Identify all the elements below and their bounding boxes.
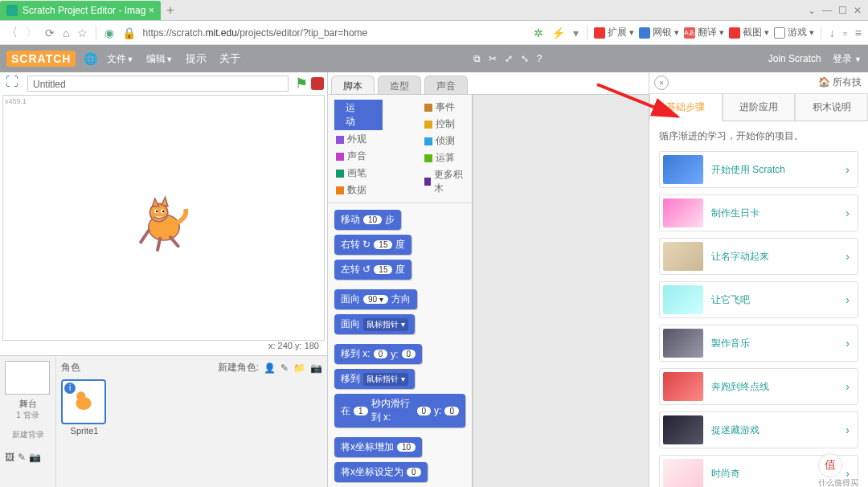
all-tips-link[interactable]: 🏠 所有技 — [818, 76, 862, 89]
cat-pen[interactable]: 画笔 — [334, 166, 383, 181]
tips-tab-blocks[interactable]: 积木说明 — [795, 93, 868, 121]
delete-icon[interactable]: ✂ — [489, 53, 497, 64]
left-column: ⛶ Untitled ⚑ v459.1 x: 240 y: 180 — [0, 72, 328, 487]
tab-costumes[interactable]: 造型 — [378, 76, 421, 94]
join-scratch[interactable]: Join Scratch — [768, 53, 821, 64]
menu-icon[interactable]: ≡ — [854, 27, 863, 39]
window-maximize-icon[interactable]: ☐ — [838, 5, 847, 16]
cat-data[interactable]: 数据 — [334, 182, 383, 198]
url-field[interactable]: https://scratch.mit.edu/projects/editor/… — [142, 27, 526, 39]
green-flag-icon[interactable]: ⚑ — [295, 75, 308, 92]
tip-card-hide[interactable]: 捉迷藏游戏› — [659, 411, 858, 448]
ext-capture[interactable]: 截图▾ — [729, 26, 769, 39]
grow-icon[interactable]: ⤢ — [505, 53, 513, 64]
flash-icon[interactable]: ⚡ — [550, 27, 567, 39]
block-point-towards[interactable]: 面向鼠标指针 ▾ — [334, 314, 415, 334]
svg-marker-3 — [162, 197, 168, 206]
tip-card-fly[interactable]: 让它飞吧› — [659, 281, 858, 318]
reload-button[interactable]: ⟳ — [43, 27, 56, 39]
tab-scripts[interactable]: 脚本 — [331, 76, 375, 94]
tip-card-name[interactable]: 让名字动起来› — [659, 238, 858, 275]
stage-label: 舞台 — [5, 398, 51, 410]
forward-button[interactable]: 〉 — [24, 26, 39, 40]
cat-more[interactable]: 更多积木 — [423, 167, 465, 196]
block-goto-xy[interactable]: 移到 x:0y:0 — [334, 344, 422, 364]
window-dropdown-icon[interactable]: ⌄ — [808, 5, 816, 16]
close-tips-icon[interactable]: × — [654, 76, 669, 90]
choose-backdrop-icon[interactable]: 🖼 — [5, 452, 14, 463]
block-glide[interactable]: 在1秒内滑行到 x:0y:0 — [334, 394, 465, 428]
menu-about[interactable]: 关于 — [213, 51, 247, 66]
cat-motion[interactable]: 运动 — [334, 100, 383, 130]
stage-thumbnail[interactable] — [5, 361, 50, 395]
home-button[interactable]: ⌂ — [61, 27, 71, 39]
tab-title: Scratch Project Editor - Imag — [23, 5, 145, 16]
paint-sprite-icon[interactable]: ✎ — [280, 362, 289, 374]
editor-tabs: 脚本 造型 声音 — [328, 72, 649, 95]
help-icon[interactable]: ? — [537, 53, 542, 64]
scratch-logo[interactable]: SCRATCH — [6, 51, 76, 67]
tips-tab-basic[interactable]: 基础步骤 — [649, 93, 723, 121]
ext-game[interactable]: 游戏▾ — [774, 26, 814, 39]
cat-control[interactable]: 控制 — [423, 117, 465, 132]
duplicate-icon[interactable]: ⧉ — [473, 53, 481, 64]
main-area: ⛶ Untitled ⚑ v459.1 x: 240 y: 180 — [0, 72, 868, 487]
tab-sounds[interactable]: 声音 — [424, 76, 468, 94]
back-button[interactable]: 〈 — [5, 26, 19, 40]
block-point-direction[interactable]: 面向90 ▾方向 — [334, 289, 417, 309]
fullscreen-icon[interactable]: ⛶ — [3, 75, 21, 92]
cat-operators[interactable]: 运算 — [423, 150, 465, 166]
stage[interactable]: v459.1 — [2, 95, 325, 341]
project-title-input[interactable]: Untitled — [27, 76, 289, 92]
script-area[interactable] — [473, 95, 649, 487]
camera-sprite-icon[interactable]: 📷 — [310, 362, 322, 374]
ext-expand[interactable]: 扩展▾ — [594, 26, 634, 39]
tip-card-music[interactable]: 製作音乐› — [659, 325, 858, 362]
block-turn-right[interactable]: 右转 ↻15度 — [334, 235, 411, 255]
tip-card-birthday[interactable]: 制作生日卡› — [659, 194, 858, 231]
menu-file[interactable]: 文件▼ — [100, 52, 140, 66]
block-move-steps[interactable]: 移动10步 — [334, 210, 401, 230]
compass-icon[interactable]: ◉ — [103, 27, 116, 39]
refresh-icon[interactable]: ✲ — [532, 27, 545, 39]
window-minimize-icon[interactable]: — — [822, 5, 832, 16]
menu-edit[interactable]: 编辑▼ — [140, 52, 179, 66]
menu-tips[interactable]: 提示 — [179, 51, 213, 66]
upload-sprite-icon[interactable]: 📁 — [293, 362, 305, 374]
paint-backdrop-icon[interactable]: ✎ — [18, 452, 26, 463]
download-icon[interactable]: ↓ — [828, 27, 837, 39]
pip-icon[interactable]: ▫ — [841, 27, 849, 39]
window-close-icon[interactable]: ✕ — [854, 5, 862, 16]
close-tab-icon[interactable]: × — [149, 5, 154, 16]
block-set-x[interactable]: 将x坐标设定为0 — [334, 462, 428, 482]
browser-address-bar: 〈 〉 ⟳ ⌂ ☆ ◉ 🔒 https://scratch.mit.edu/pr… — [0, 21, 868, 45]
backdrop-count: 1 背录 — [5, 410, 51, 421]
stop-button[interactable] — [311, 77, 324, 90]
sprite-item-sprite1[interactable]: i Sprite1 — [61, 379, 108, 436]
new-tab-button[interactable]: + — [161, 3, 180, 18]
language-icon[interactable]: 🌐 — [84, 52, 97, 65]
ext-bank[interactable]: 网银▾ — [639, 26, 679, 39]
choose-sprite-icon[interactable]: 👤 — [264, 362, 276, 374]
block-turn-left[interactable]: 左转 ↺15度 — [334, 260, 411, 280]
cat-looks[interactable]: 外观 — [334, 132, 383, 147]
login-button[interactable]: 登录 ▼ — [833, 52, 862, 66]
sprite-cat[interactable] — [132, 192, 196, 256]
dropdown-icon[interactable]: ▾ — [571, 27, 580, 39]
browser-tab[interactable]: Scratch Project Editor - Imag × — [0, 1, 161, 20]
tips-tab-advanced[interactable]: 进阶应用 — [723, 93, 796, 121]
cat-events[interactable]: 事件 — [423, 100, 465, 115]
shrink-icon[interactable]: ⤡ — [521, 53, 529, 64]
block-goto-mouse[interactable]: 移到鼠标指针 ▾ — [334, 369, 415, 389]
new-backdrop-label: 新建背录 — [5, 429, 51, 440]
cat-sensing[interactable]: 侦测 — [423, 133, 465, 149]
camera-backdrop-icon[interactable]: 📷 — [29, 452, 41, 463]
tip-card-start[interactable]: 开始使用 Scratch› — [659, 151, 858, 188]
sprite-info-icon[interactable]: i — [64, 383, 76, 394]
tip-card-race[interactable]: 奔跑到终点线› — [659, 368, 858, 405]
favorite-button[interactable]: ☆ — [76, 27, 89, 39]
block-change-x[interactable]: 将x坐标增加10 — [334, 437, 422, 457]
ext-translate[interactable]: Aあ翻译▾ — [684, 26, 724, 39]
backdrop-tools: 🖼 ✎ 📷 — [5, 452, 51, 463]
cat-sound[interactable]: 声音 — [334, 149, 383, 164]
